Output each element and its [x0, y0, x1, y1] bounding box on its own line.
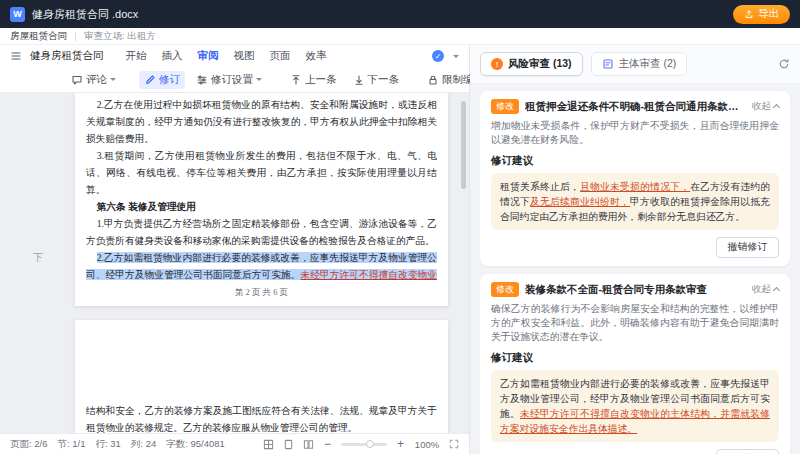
suggestion-heading: 修订建议 — [491, 154, 779, 168]
fit-screen-icon[interactable] — [449, 439, 459, 449]
settings-sliders-icon — [196, 74, 208, 86]
zoom-in-button[interactable]: + — [396, 438, 405, 450]
collapse-toggle[interactable]: 收起 — [752, 283, 779, 296]
text-segment: 结构和安全，乙方的装修方案及施工图纸应符合有关法律、法规、规章及甲方关于租赁物业… — [86, 405, 437, 433]
panel-toggle-icon[interactable] — [453, 55, 459, 58]
book-view-icon[interactable] — [303, 439, 314, 450]
topbar: W 健身房租赁合同 .docx 导出 — [0, 0, 800, 28]
tab-view[interactable]: 视图 — [234, 49, 255, 63]
collapse-label: 收起 — [752, 100, 771, 113]
text-segment: 且物业未受损的情况下， — [580, 181, 690, 192]
caret-down-icon — [256, 78, 262, 81]
status-section-indicator: 节: 1/1 — [58, 438, 86, 451]
suggestion-text: 租赁关系终止后，且物业未受损的情况下，在乙方没有违约的情况下及无后续商业纠纷时，… — [491, 173, 779, 230]
undo-revision-button[interactable]: 撤销修订 — [716, 237, 779, 258]
cloud-sync-icon[interactable]: ✓ — [432, 50, 444, 62]
suggestion-heading: 修订建议 — [491, 351, 779, 365]
export-icon — [744, 9, 754, 19]
text-segment: 第六条 装修及管理使用 — [97, 201, 196, 212]
margin-marker: 下 — [33, 251, 43, 265]
review-cards-list: 修改 租赁押金退还条件不明确-租赁合同通用条款审查 收起 增加物业未受损条件，保… — [470, 83, 800, 454]
modify-badge: 修改 — [491, 282, 519, 297]
window-doc-title: 健身房租赁合同 .docx — [32, 7, 138, 22]
app-logo-icon[interactable]: W — [10, 7, 25, 22]
card-actions: 撤销修订 — [491, 237, 779, 258]
card-header: 修改 装修条款不全面-租赁合同专用条款审查 收起 — [491, 282, 779, 297]
zoom-slider[interactable] — [341, 443, 387, 446]
document-page-2: 2.乙方在使用过程中如损坏租赁物业的原有结构、安全和附属设施时，或违反相关规章制… — [75, 93, 448, 306]
review-tabs: ! 风险审查 (13) 主体审查 (2) — [470, 45, 800, 83]
doc-paragraph[interactable]: 结构和安全，乙方的装修方案及施工图纸应符合有关法律、法规、规章及甲方关于租赁物业… — [86, 402, 437, 433]
export-button[interactable]: 导出 — [733, 5, 790, 24]
doc-paragraph[interactable]: 第六条 装修及管理使用 — [86, 198, 437, 215]
chevron-up-icon — [773, 287, 780, 294]
revision-button[interactable]: 修订 — [139, 71, 185, 89]
text-segment: 1.甲方负责提供乙方经营场所之固定精装修部份，包含空调、游泳池设备等，乙方负责所… — [86, 218, 437, 246]
chevron-up-icon — [773, 104, 780, 111]
hamburger-icon[interactable] — [10, 50, 22, 62]
doc-name-label: 健身房租赁合同 — [30, 49, 104, 63]
tab-page[interactable]: 页面 — [270, 49, 291, 63]
doc-paragraph[interactable]: 2.乙方如需租赁物业内部进行必要的装修或改善，应事先报送甲方及物业管理公司、经甲… — [86, 249, 437, 283]
undo-revision-button[interactable]: 撤销修订 — [716, 449, 779, 454]
tab-risk-review[interactable]: ! 风险审查 (13) — [480, 52, 583, 76]
refresh-review-icon[interactable] — [778, 58, 790, 70]
collapse-toggle[interactable]: 收起 — [752, 100, 779, 113]
menu-right-icons: ✓ — [432, 50, 459, 62]
status-wordcount-indicator: 字数: 95/4081 — [166, 438, 225, 451]
lock-icon — [427, 74, 439, 86]
document-page-3: 结构和安全，乙方的装修方案及施工图纸应符合有关法律、法规、规章及甲方关于租赁物业… — [75, 320, 448, 433]
editor-pane: 健身房租赁合同 开始 插入 审阅 视图 页面 效率 ✓ — [0, 45, 470, 454]
card-title: 租赁押金退还条件不明确-租赁合同通用条款审查 — [525, 100, 746, 114]
main-area: 健身房租赁合同 开始 插入 审阅 视图 页面 效率 ✓ — [0, 45, 800, 454]
tab-review[interactable]: 审阅 — [198, 49, 219, 63]
comment-button-label: 评论 — [86, 73, 107, 87]
status-right-controls: − + 100% — [263, 438, 459, 450]
text-segment: 租赁关系终止后， — [500, 181, 580, 192]
revision-settings-label: 修订设置 — [211, 73, 253, 87]
status-bar: 页面: 2/6 节: 1/1 行: 31 列: 24 字数: 95/4081 − — [0, 433, 469, 454]
zoom-level-label: 100% — [414, 439, 440, 450]
zoom-out-button[interactable]: − — [323, 438, 332, 450]
contract-type-label: 房屋租赁合同 — [10, 30, 67, 43]
comment-button[interactable]: 评论 — [66, 71, 121, 89]
next-arrow-icon — [353, 74, 365, 86]
doc-paragraph[interactable]: 1.甲方负责提供乙方经营场所之固定精装修部份，包含空调、游泳池设备等，乙方负责所… — [86, 215, 437, 249]
export-button-label: 导出 — [758, 7, 779, 21]
page-number-footer: 第 2 页 共 6 页 — [75, 287, 448, 299]
grid-view-icon[interactable] — [263, 439, 274, 450]
zoom-slider-knob[interactable] — [366, 440, 374, 448]
revision-button-label: 修订 — [159, 73, 180, 87]
text-segment: 及无后续商业纠纷时， — [530, 196, 630, 207]
card-summary: 增加物业未受损条件，保护甲方财产不受损失，且而合理使用押金以避免潜在财务风险。 — [491, 119, 779, 147]
suggestion-text: 乙方如需租赁物业内部进行必要的装修或改善，应事先报送甲方及物业管理公司，经甲方及… — [491, 370, 779, 442]
tab-start[interactable]: 开始 — [126, 49, 147, 63]
subbar: 房屋租赁合同 审查立场: 出租方 — [0, 28, 800, 45]
app-window: W 健身房租赁合同 .docx 导出 房屋租赁合同 审查立场: 出租方 健身房租… — [0, 0, 800, 454]
modify-badge: 修改 — [491, 99, 519, 114]
tab-subject-review[interactable]: 主体审查 (2) — [591, 52, 688, 76]
previous-item-button[interactable]: 上一条 — [285, 71, 342, 89]
document-canvas: 2.乙方在使用过程中如损坏租赁物业的原有结构、安全和附属设施时，或违反相关规章制… — [0, 93, 469, 433]
document-text[interactable]: 结构和安全，乙方的装修方案及施工图纸应符合有关法律、法规、规章及甲方关于租赁物业… — [86, 402, 437, 433]
document-text[interactable]: 2.乙方在使用过程中如损坏租赁物业的原有结构、安全和附属设施时，或违反相关规章制… — [86, 96, 437, 283]
revision-settings-button[interactable]: 修订设置 — [191, 71, 267, 89]
next-item-button[interactable]: 下一条 — [348, 71, 405, 89]
card-title: 装修条款不全面-租赁合同专用条款审查 — [525, 283, 746, 297]
status-line-indicator: 行: 31 — [96, 438, 121, 451]
scrollbar[interactable] — [461, 101, 466, 421]
subject-review-icon — [602, 58, 614, 70]
subject-review-label: 主体审查 (2) — [619, 57, 677, 71]
status-page-indicator: 页面: 2/6 — [10, 438, 48, 451]
text-segment: 3.租赁期间，乙方使用租赁物业所发生的费用，包括但不限于水、电、气、电话、网络、… — [86, 150, 437, 195]
card-header: 修改 租赁押金退还条件不明确-租赁合同通用条款审查 收起 — [491, 99, 779, 114]
collapse-label: 收起 — [752, 283, 771, 296]
page-view-icon[interactable] — [283, 439, 294, 450]
scrollbar-thumb[interactable] — [461, 101, 466, 189]
text-segment: 未经甲方许可不得擅自改变物业的主体结构，并需就装修方案对设施安全作出具体描述。 — [500, 408, 770, 434]
doc-paragraph[interactable]: 3.租赁期间，乙方使用租赁物业所发生的费用，包括但不限于水、电、气、电话、网络、… — [86, 147, 437, 198]
ribbon-toolbar: 评论 修订 修订设置 — [0, 67, 469, 93]
tab-efficiency[interactable]: 效率 — [306, 49, 327, 63]
tab-insert[interactable]: 插入 — [162, 49, 183, 63]
doc-paragraph[interactable]: 2.乙方在使用过程中如损坏租赁物业的原有结构、安全和附属设施时，或违反相关规章制… — [86, 96, 437, 147]
